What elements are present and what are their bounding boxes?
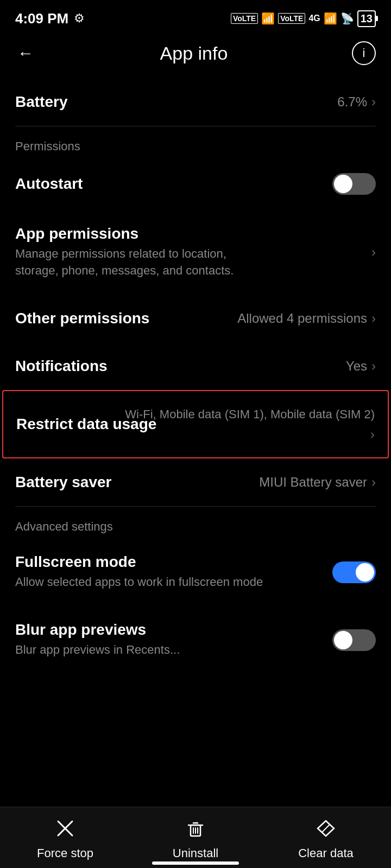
battery-chevron: › [371, 94, 376, 110]
battery-saver-row[interactable]: Battery saver MIUI Battery saver › [15, 458, 376, 506]
blur-app-previews-toggle[interactable] [332, 629, 376, 651]
restrict-data-usage-row[interactable]: Restrict data usage Wi-Fi, Mobile data (… [16, 391, 375, 458]
volte1-icon: VoLTE [231, 13, 258, 24]
app-permissions-label: App permissions [15, 225, 371, 242]
force-stop-icon [55, 818, 75, 842]
svg-line-9 [322, 825, 330, 832]
battery-value: 6.7% [337, 94, 367, 110]
fullscreen-mode-row[interactable]: Fullscreen mode Allow selected apps to w… [15, 538, 376, 606]
fullscreen-mode-toggle[interactable] [332, 561, 376, 583]
clear-data-button[interactable]: Clear data [288, 818, 364, 860]
notifications-label: Notifications [15, 358, 346, 375]
restrict-data-usage-value: Wi-Fi, Mobile data (SIM 1), Mobile data … [125, 406, 375, 423]
notifications-value: Yes [346, 359, 367, 374]
autostart-toggle-knob [334, 175, 352, 193]
info-icon: i [363, 46, 365, 60]
battery-saver-section: Battery saver MIUI Battery saver › [0, 458, 391, 506]
uninstall-icon [185, 818, 206, 842]
other-permissions-label: Other permissions [15, 310, 237, 327]
blur-app-previews-toggle-knob [334, 631, 352, 649]
clear-data-label: Clear data [298, 846, 354, 860]
battery-saver-chevron: › [371, 475, 376, 490]
notifications-row[interactable]: Notifications Yes › [15, 342, 376, 390]
battery-status-icon: 13 [357, 10, 376, 27]
bottom-bar: Force stop Uninstall Clear data [0, 807, 391, 868]
fullscreen-mode-toggle-knob [356, 563, 374, 582]
restrict-data-usage-highlighted: Restrict data usage Wi-Fi, Mobile data (… [2, 390, 389, 459]
battery-saver-value: MIUI Battery saver [259, 475, 367, 490]
home-indicator [152, 861, 239, 865]
status-time: 4:09 PM [15, 10, 68, 27]
blur-app-previews-subtitle: Blur app previews in Recents... [15, 642, 265, 659]
app-permissions-subtitle: Manage permissions related to location, … [15, 246, 265, 279]
settings-icon: ⚙ [74, 11, 85, 25]
signal2-icon: 📶 [324, 12, 337, 25]
advanced-settings-section: Fullscreen mode Allow selected apps to w… [0, 538, 391, 674]
permissions-section: Autostart App permissions Manage permiss… [0, 158, 391, 390]
battery-saver-label: Battery saver [15, 474, 259, 491]
clear-data-icon [316, 818, 336, 842]
fullscreen-mode-subtitle: Allow selected apps to work in fullscree… [15, 574, 265, 591]
info-button[interactable]: i [352, 41, 376, 65]
battery-label: Battery [15, 93, 337, 111]
status-bar: 4:09 PM ⚙ VoLTE 📶 VoLTE 4G 📶 📡 13 [0, 0, 391, 33]
volte2-icon: VoLTE [278, 13, 305, 24]
wifi-icon: 📡 [340, 12, 354, 25]
status-icons: VoLTE 📶 VoLTE 4G 📶 📡 13 [231, 10, 376, 27]
autostart-row[interactable]: Autostart [15, 158, 376, 210]
signal1-icon: 📶 [261, 12, 275, 25]
4g-icon: 4G [308, 14, 320, 23]
top-nav: ← App info i [0, 33, 391, 78]
blur-app-previews-row[interactable]: Blur app previews Blur app previews in R… [15, 606, 376, 674]
battery-section: Battery 6.7% › [0, 78, 391, 126]
page-title: App info [36, 43, 352, 64]
fullscreen-mode-label: Fullscreen mode [15, 553, 332, 571]
advanced-settings-label: Advanced settings [0, 507, 391, 538]
battery-row[interactable]: Battery 6.7% › [15, 78, 376, 126]
other-permissions-value: Allowed 4 permissions [237, 311, 367, 326]
back-button[interactable]: ← [15, 42, 36, 65]
autostart-toggle[interactable] [332, 173, 376, 195]
other-permissions-row[interactable]: Other permissions Allowed 4 permissions … [15, 295, 376, 342]
autostart-label: Autostart [15, 175, 332, 193]
notifications-chevron: › [371, 359, 376, 374]
permissions-section-label: Permissions [0, 126, 391, 158]
force-stop-label: Force stop [37, 846, 93, 860]
uninstall-button[interactable]: Uninstall [157, 818, 234, 860]
force-stop-button[interactable]: Force stop [27, 818, 103, 860]
app-permissions-row[interactable]: App permissions Manage permissions relat… [15, 210, 376, 295]
app-permissions-chevron: › [371, 245, 376, 260]
other-permissions-chevron: › [371, 311, 376, 326]
uninstall-label: Uninstall [173, 846, 218, 860]
blur-app-previews-label: Blur app previews [15, 621, 332, 639]
restrict-data-usage-chevron: › [370, 427, 375, 442]
